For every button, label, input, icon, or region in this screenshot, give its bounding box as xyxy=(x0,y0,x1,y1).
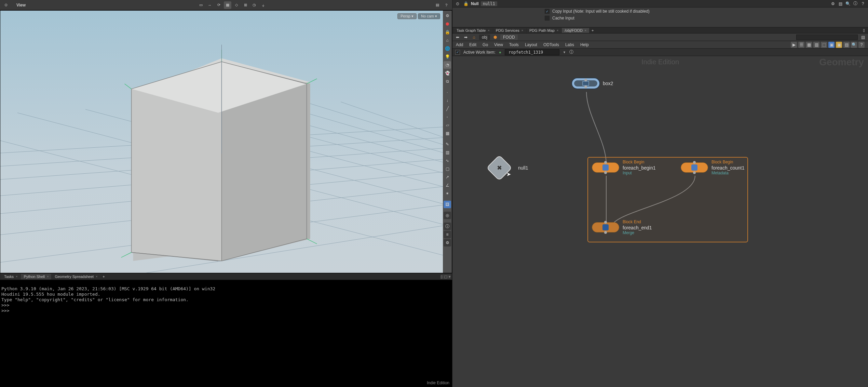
parm-help-icon[interactable]: ? xyxy=(860,1,866,7)
add-tab-button[interactable]: + xyxy=(101,275,106,279)
pane-close-icon[interactable]: ▾ xyxy=(449,275,451,279)
normal-icon[interactable]: ↓ xyxy=(444,97,451,104)
target-icon[interactable]: ◎ xyxy=(444,212,451,219)
pin-parm-icon[interactable]: ⊙ xyxy=(455,1,461,7)
menu-labs[interactable]: Labs xyxy=(565,42,574,47)
work-item-value[interactable]: ropfetch1_1319 xyxy=(505,49,559,55)
display-options-icon[interactable]: ⚙ xyxy=(444,12,451,19)
net-view-mode-7-icon[interactable]: ▣ xyxy=(836,42,842,48)
work-item-check[interactable]: ✓ xyxy=(455,50,460,55)
help-icon[interactable]: ? xyxy=(443,1,450,9)
path-fwd-icon[interactable]: ➡ xyxy=(463,34,469,40)
network-add-tab[interactable]: + xyxy=(590,28,595,32)
pane-split-icon[interactable]: ▯ xyxy=(440,275,443,279)
net-view-mode-4-icon[interactable]: ▥ xyxy=(813,42,819,48)
python-console[interactable]: Python 3.9.10 (main, Jan 26 2023, 21:56:… xyxy=(0,280,452,387)
tab-obj-food[interactable]: /obj/FOOD× xyxy=(562,28,589,33)
axis-icon[interactable]: ✶ xyxy=(444,190,451,197)
grid-icon[interactable]: ▥ xyxy=(444,149,451,156)
home-icon[interactable]: ⌂ xyxy=(444,37,451,44)
prim-icon[interactable]: ▱ xyxy=(444,121,451,129)
view-tab[interactable]: View xyxy=(12,2,30,8)
net-view-mode-1-icon[interactable]: ▶ xyxy=(791,42,797,48)
ghost-icon[interactable]: 👻 xyxy=(444,69,451,77)
viewport-3d[interactable]: Persp ▾ No cam ▾ xyxy=(0,11,443,273)
menu-view[interactable]: View xyxy=(494,42,503,47)
crumb-geo-icon[interactable]: ⬢ xyxy=(492,34,498,40)
hull-icon[interactable]: ▢ xyxy=(444,165,451,173)
info-icon[interactable]: ⓘ xyxy=(444,223,451,230)
network-search-input[interactable] xyxy=(796,35,858,40)
node-foreach-begin1[interactable]: Block Begin foreach_begin1 Input xyxy=(592,160,656,175)
layers-icon[interactable]: ≡ xyxy=(444,231,451,238)
network-canvas[interactable]: Indie Edition Geometry box2 xyxy=(452,56,868,387)
network-filter-icon[interactable]: ▤ xyxy=(860,34,866,40)
move-tool-icon[interactable]: ↔ xyxy=(206,1,214,9)
work-item-info-icon[interactable]: ⓘ xyxy=(569,49,573,55)
edge-icon[interactable]: ╱ xyxy=(444,105,451,112)
select-tool-icon[interactable]: ▭ xyxy=(197,1,205,9)
point-icon[interactable]: · xyxy=(444,89,451,96)
tab-pdg-path[interactable]: PDG Path Map× xyxy=(527,28,561,33)
crumb-food[interactable]: FOOD xyxy=(500,35,518,40)
tangent-icon[interactable]: ↗ xyxy=(444,173,451,181)
xray-icon[interactable]: ⧉ xyxy=(444,78,451,85)
menu-add[interactable]: Add xyxy=(456,42,463,47)
viewport-persp-pill[interactable]: Persp ▾ xyxy=(397,13,417,19)
snap-multi-icon[interactable]: ⊞ xyxy=(242,1,249,9)
tab-tasks[interactable]: Tasks× xyxy=(1,274,20,279)
network-pane-menu-icon[interactable]: ▯ xyxy=(861,28,867,33)
lock-icon[interactable]: 🔒 xyxy=(444,28,451,36)
globe-icon[interactable]: 🌐 xyxy=(444,45,451,52)
light-icon[interactable]: 💡 xyxy=(444,53,451,61)
menu-odtools[interactable]: ODTools xyxy=(543,42,559,47)
pane-max-icon[interactable]: ▢ xyxy=(444,275,447,279)
snap-curve-icon[interactable]: ◇ xyxy=(233,1,240,9)
node-box2[interactable]: box2 xyxy=(572,78,613,89)
path-root-icon[interactable]: ⌂ xyxy=(471,34,477,40)
menu-edit[interactable]: Edit xyxy=(469,42,476,47)
angle-icon[interactable]: ∠ xyxy=(444,182,451,189)
net-view-mode-6-icon[interactable]: ▣ xyxy=(828,42,835,48)
shelf-icon[interactable]: ▤ xyxy=(434,1,441,9)
curve-icon[interactable]: ∿ xyxy=(444,157,451,164)
snap-grid-icon[interactable]: ▦ xyxy=(224,1,231,9)
lock-parm-icon[interactable]: 🔒 xyxy=(463,1,469,7)
parm-name-field[interactable]: null1 xyxy=(481,1,497,6)
net-help2-icon[interactable]: ? xyxy=(858,42,865,48)
menu-layout[interactable]: Layout xyxy=(525,42,537,47)
viewport-camera-pill[interactable]: No cam ▾ xyxy=(418,13,440,19)
work-item-dropdown-icon[interactable]: ▼ xyxy=(563,51,566,54)
net-view-mode-5-icon[interactable]: ⬚ xyxy=(821,42,827,48)
stopwatch-icon[interactable]: ◷ xyxy=(250,1,258,9)
pen-icon[interactable]: ✎ xyxy=(444,141,451,148)
material-icon[interactable]: ◔ xyxy=(444,61,451,69)
menu-help[interactable]: Help xyxy=(580,42,589,47)
tab-pdg-services[interactable]: PDG Services× xyxy=(493,28,526,33)
tab-task-graph[interactable]: Task Graph Table× xyxy=(454,28,492,33)
bg-image-icon[interactable]: 🖼 xyxy=(444,201,451,208)
parm-gear-icon[interactable]: ⚙ xyxy=(830,1,836,7)
menu-tools[interactable]: Tools xyxy=(509,42,519,47)
mesh-icon[interactable]: ▦ xyxy=(444,130,451,137)
cache-input-checkbox[interactable] xyxy=(545,16,550,21)
path-back-icon[interactable]: ⬅ xyxy=(455,34,461,40)
net-view-mode-3-icon[interactable]: ▦ xyxy=(806,42,812,48)
copy-input-checkbox[interactable]: ✓ xyxy=(545,9,550,14)
parm-info-icon[interactable]: ⓘ xyxy=(852,1,858,7)
menu-go[interactable]: Go xyxy=(483,42,488,47)
rotate-tool-icon[interactable]: ⟳ xyxy=(215,1,222,9)
tab-python-shell[interactable]: Python Shell× xyxy=(21,274,51,279)
parm-search-icon[interactable]: 🔍 xyxy=(845,1,851,7)
net-view-mode-8-icon[interactable]: ▤ xyxy=(843,42,850,48)
camera-icon[interactable]: ⏚ xyxy=(259,1,267,9)
render-icon[interactable]: ⬣ xyxy=(444,20,451,28)
gear-icon[interactable]: ⚙ xyxy=(444,239,451,246)
parm-layers-icon[interactable]: ▤ xyxy=(837,1,843,7)
vertex-icon[interactable]: ◦ xyxy=(444,113,451,121)
crumb-obj[interactable]: obj xyxy=(479,35,490,40)
net-view-mode-2-icon[interactable]: ☰ xyxy=(798,42,804,48)
pin-icon[interactable]: ⊙ xyxy=(2,1,10,9)
tab-geo-spreadsheet[interactable]: Geometry Spreadsheet× xyxy=(52,274,100,279)
node-foreach-count1[interactable]: Block Begin foreach_count1 Metadata xyxy=(681,160,745,175)
